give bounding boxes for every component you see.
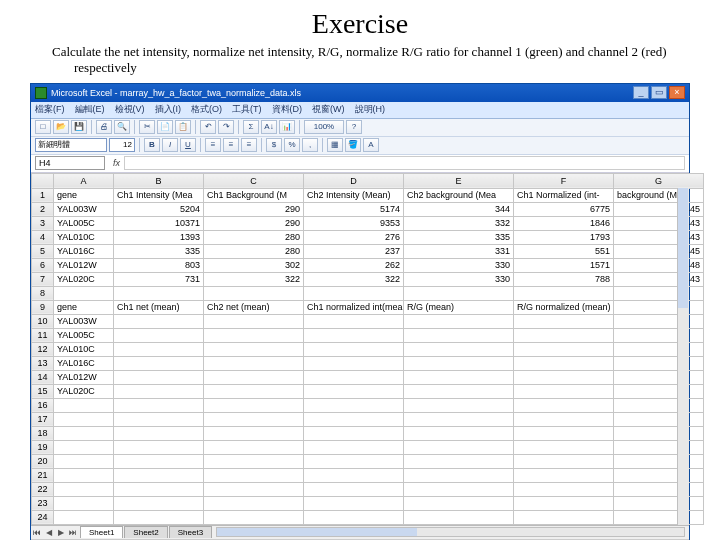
menu-edit[interactable]: 編輯(E) (75, 103, 105, 116)
select-all-cell[interactable] (32, 173, 54, 188)
table-row: 13YAL016C (32, 356, 704, 370)
font-size-combo[interactable]: 12 (109, 138, 135, 152)
sheet-tab-bar: ⏮ ◀ ▶ ⏭ Sheet1 Sheet2 Sheet3 (31, 525, 689, 539)
col-header[interactable]: A (54, 173, 114, 188)
menu-data[interactable]: 資料(D) (272, 103, 303, 116)
menu-insert[interactable]: 插入(I) (155, 103, 182, 116)
underline-icon[interactable]: U (180, 138, 196, 152)
menu-window[interactable]: 視窗(W) (312, 103, 345, 116)
table-row: 7YAL020C731322322330788443 (32, 272, 704, 286)
menubar: 檔案(F) 編輯(E) 檢視(V) 插入(I) 格式(O) 工具(T) 資料(D… (31, 102, 689, 119)
maximize-button[interactable]: ▭ (651, 86, 667, 99)
table-row: 12YAL010C (32, 342, 704, 356)
borders-icon[interactable]: ▦ (327, 138, 343, 152)
formula-bar-row: H4 fx (31, 155, 689, 173)
paste-icon[interactable]: 📋 (175, 120, 191, 134)
formula-bar[interactable] (124, 156, 685, 170)
col-header[interactable]: F (514, 173, 614, 188)
menu-file[interactable]: 檔案(F) (35, 103, 65, 116)
tab-nav-last-icon[interactable]: ⏭ (67, 528, 79, 537)
chart-icon[interactable]: 📊 (279, 120, 295, 134)
menu-view[interactable]: 檢視(V) (115, 103, 145, 116)
spreadsheet-grid[interactable]: A B C D E F G 1 gene Ch1 Intensity (Mea … (31, 173, 704, 525)
excel-window: Microsoft Excel - marray_hw_a_factor_twa… (30, 83, 690, 541)
table-row: 16 (32, 398, 704, 412)
titlebar: Microsoft Excel - marray_hw_a_factor_twa… (31, 84, 689, 102)
close-button[interactable]: × (669, 86, 685, 99)
table-row: 11YAL005C (32, 328, 704, 342)
table-row: 21 (32, 468, 704, 482)
sheet-tab-2[interactable]: Sheet2 (124, 526, 167, 538)
table-row: 24 (32, 510, 704, 524)
table-row: 2YAL003W520429051743446775445 (32, 202, 704, 216)
row-header[interactable]: 1 (32, 188, 54, 202)
align-center-icon[interactable]: ≡ (223, 138, 239, 152)
col-header[interactable]: B (114, 173, 204, 188)
minimize-button[interactable]: _ (633, 86, 649, 99)
grid-area: A B C D E F G 1 gene Ch1 Intensity (Mea … (31, 173, 689, 539)
preview-icon[interactable]: 🔍 (114, 120, 130, 134)
table-row: 22 (32, 482, 704, 496)
new-icon[interactable]: □ (35, 120, 51, 134)
cut-icon[interactable]: ✂ (139, 120, 155, 134)
align-right-icon[interactable]: ≡ (241, 138, 257, 152)
currency-icon[interactable]: $ (266, 138, 282, 152)
italic-icon[interactable]: I (162, 138, 178, 152)
menu-help[interactable]: 說明(H) (355, 103, 386, 116)
table-row: 15YAL020C (32, 384, 704, 398)
tab-nav-first-icon[interactable]: ⏮ (31, 528, 43, 537)
table-row: 10YAL003W (32, 314, 704, 328)
table-row: 5YAL016C335280237331551445 (32, 244, 704, 258)
formatting-toolbar: 新細明體 12 B I U ≡ ≡ ≡ $ % , ▦ 🪣 A (31, 137, 689, 155)
table-row: 6YAL012W8033022623301571448 (32, 258, 704, 272)
comma-icon[interactable]: , (302, 138, 318, 152)
copy-icon[interactable]: 📄 (157, 120, 173, 134)
table-row: 20 (32, 454, 704, 468)
col-header[interactable]: E (404, 173, 514, 188)
menu-tools[interactable]: 工具(T) (232, 103, 262, 116)
table-row: 17 (32, 412, 704, 426)
zoom-icon[interactable]: 100% (304, 120, 344, 134)
print-icon[interactable]: 🖨 (96, 120, 112, 134)
table-row: 18 (32, 426, 704, 440)
sort-asc-icon[interactable]: A↓ (261, 120, 277, 134)
sheet-tab-1[interactable]: Sheet1 (80, 526, 123, 538)
undo-icon[interactable]: ↶ (200, 120, 216, 134)
menu-format[interactable]: 格式(O) (191, 103, 222, 116)
align-left-icon[interactable]: ≡ (205, 138, 221, 152)
standard-toolbar: □ 📂 💾 🖨 🔍 ✂ 📄 📋 ↶ ↷ Σ A↓ 📊 100% ? (31, 119, 689, 137)
percent-icon[interactable]: % (284, 138, 300, 152)
fx-icon[interactable]: fx (113, 158, 120, 168)
table-row: 9 gene Ch1 net (mean) Ch2 net (mean) Ch1… (32, 300, 704, 314)
tab-nav-next-icon[interactable]: ▶ (55, 528, 67, 537)
vertical-scrollbar[interactable] (677, 188, 689, 525)
table-row: 14YAL012W (32, 370, 704, 384)
col-header[interactable]: G (614, 173, 704, 188)
font-color-icon[interactable]: A (363, 138, 379, 152)
tab-nav-prev-icon[interactable]: ◀ (43, 528, 55, 537)
table-row: 3YAL005C1037129093533321846443 (32, 216, 704, 230)
table-row: 4YAL010C13932802763351793443 (32, 230, 704, 244)
doc-name: marray_hw_a_factor_twa_normalize_data.xl… (120, 88, 301, 98)
slide-title: Exercise (0, 8, 720, 40)
table-row: 23 (32, 496, 704, 510)
excel-icon (35, 87, 47, 99)
name-box[interactable]: H4 (35, 156, 105, 170)
horizontal-scrollbar[interactable] (216, 527, 685, 537)
font-name-combo[interactable]: 新細明體 (35, 138, 107, 152)
table-row: 1 gene Ch1 Intensity (Mea Ch1 Background… (32, 188, 704, 202)
sheet-tab-3[interactable]: Sheet3 (169, 526, 212, 538)
fill-color-icon[interactable]: 🪣 (345, 138, 361, 152)
col-header[interactable]: D (304, 173, 404, 188)
save-icon[interactable]: 💾 (71, 120, 87, 134)
redo-icon[interactable]: ↷ (218, 120, 234, 134)
sum-icon[interactable]: Σ (243, 120, 259, 134)
table-row: 19 (32, 440, 704, 454)
table-row: 8 (32, 286, 704, 300)
slide-instruction: Calculate the net intensity, normalize n… (30, 44, 690, 77)
help-icon[interactable]: ? (346, 120, 362, 134)
bold-icon[interactable]: B (144, 138, 160, 152)
col-header[interactable]: C (204, 173, 304, 188)
open-icon[interactable]: 📂 (53, 120, 69, 134)
app-name: Microsoft Excel (51, 88, 112, 98)
